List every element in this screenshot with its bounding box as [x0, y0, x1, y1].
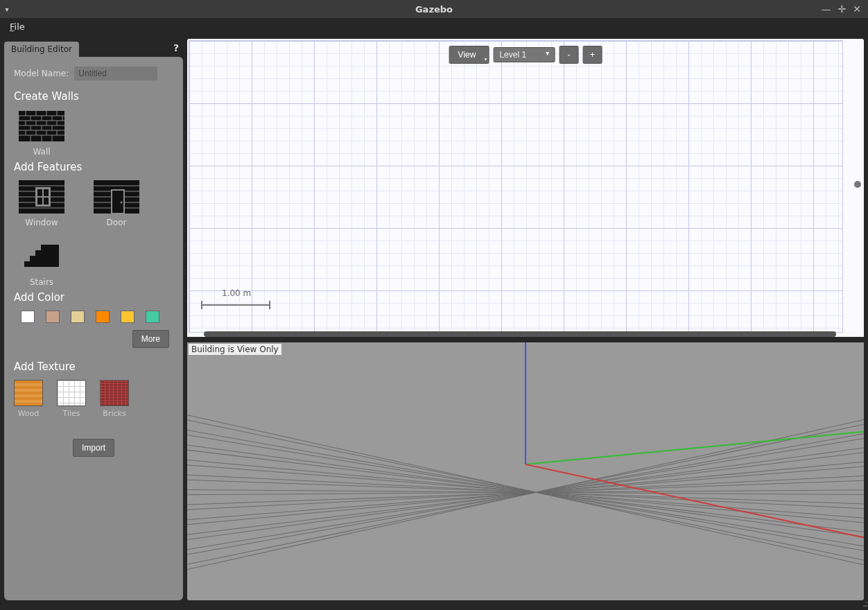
more-colors-button[interactable]: More [132, 330, 169, 348]
bricks-texture-icon [100, 380, 129, 406]
color-swatch-tan[interactable] [46, 311, 60, 323]
window-title: Gazebo [0, 4, 868, 15]
model-name-input[interactable] [74, 67, 157, 80]
view-only-overlay: Building is View Only [189, 344, 281, 355]
wall-icon [19, 110, 64, 143]
svg-rect-46 [112, 190, 124, 214]
svg-rect-49 [30, 256, 59, 261]
menu-file[interactable]: File [6, 21, 29, 32]
svg-rect-39 [44, 198, 49, 204]
color-swatch-teal[interactable] [146, 311, 159, 323]
menu-file-accel: F [10, 21, 15, 32]
zoom-out-button[interactable]: - [559, 46, 578, 64]
color-swatch-beige[interactable] [71, 311, 85, 323]
perspective-grid [187, 342, 864, 600]
svg-rect-36 [37, 189, 42, 196]
texture-bricks[interactable]: Bricks [100, 380, 129, 418]
palette-wall[interactable]: Wall [14, 110, 69, 157]
color-swatch-yellow[interactable] [121, 311, 134, 323]
window-icon [19, 180, 64, 214]
svg-rect-38 [37, 198, 42, 204]
color-swatch-white[interactable] [21, 311, 35, 323]
svg-rect-48 [24, 261, 59, 267]
tiles-texture-label: Tiles [63, 409, 80, 418]
plan-horizontal-scrollbar[interactable] [204, 331, 836, 337]
workspace: Building Editor ? Model Name: Create Wal… [0, 35, 868, 610]
zoom-in-button[interactable]: + [582, 46, 602, 64]
sidebar-tabstrip: Building Editor ? [4, 39, 183, 57]
color-swatch-row [21, 311, 173, 323]
svg-rect-37 [44, 189, 49, 196]
menubar: File [0, 18, 868, 35]
plan-vertical-scroll-thumb[interactable] [854, 181, 861, 188]
wood-texture-label: Wood [18, 409, 40, 418]
section-add-texture: Add Texture [14, 360, 173, 373]
section-add-features: Add Features [14, 161, 173, 173]
palette-window[interactable]: Window [14, 180, 69, 227]
level-select[interactable]: Level 1 [493, 47, 555, 62]
texture-row: Wood Tiles Bricks [14, 380, 173, 418]
plan-controls: View Level 1 - + [449, 46, 602, 64]
stairs-label: Stairs [30, 277, 53, 287]
scale-ruler-bar [201, 301, 270, 309]
model-name-row: Model Name: [14, 67, 173, 80]
color-swatch-orange[interactable] [96, 311, 110, 323]
wood-texture-icon [14, 380, 43, 406]
door-label: Door [107, 218, 127, 227]
palette-door[interactable]: Door [89, 180, 144, 227]
door-icon [94, 180, 139, 214]
view-3d[interactable]: Building is View Only [187, 342, 864, 600]
texture-tiles[interactable]: Tiles [57, 380, 86, 418]
wall-label: Wall [33, 147, 50, 157]
plan-2d-view[interactable]: View Level 1 - + 1.00 m [187, 39, 864, 337]
sidebar: Building Editor ? Model Name: Create Wal… [4, 39, 183, 600]
plan-grid [189, 40, 843, 333]
stairs-icon [19, 240, 64, 273]
view-dropdown-button[interactable]: View [449, 46, 489, 64]
svg-point-47 [121, 202, 123, 204]
window-titlebar: ▾ Gazebo — ✛ ✕ [0, 0, 868, 18]
sidebar-panel: Model Name: Create Walls Wall Add Featur… [4, 57, 183, 600]
svg-rect-50 [35, 250, 59, 256]
import-button[interactable]: Import [73, 439, 114, 457]
window-resize-grip[interactable]: ..: [862, 599, 867, 609]
scale-ruler: 1.00 m [201, 288, 270, 309]
section-add-color: Add Color [14, 291, 173, 304]
help-icon[interactable]: ? [173, 42, 179, 53]
svg-rect-51 [41, 245, 59, 250]
section-create-walls: Create Walls [14, 90, 173, 103]
tiles-texture-icon [57, 380, 86, 406]
bricks-texture-label: Bricks [103, 409, 125, 418]
scale-ruler-label: 1.00 m [222, 288, 270, 298]
model-name-label: Model Name: [14, 69, 69, 78]
palette-stairs[interactable]: Stairs [14, 240, 69, 287]
tab-building-editor[interactable]: Building Editor [4, 42, 79, 57]
horizontal-splitter-grip[interactable] [515, 342, 536, 343]
texture-wood[interactable]: Wood [14, 380, 43, 418]
window-label: Window [25, 218, 58, 227]
canvas-area: View Level 1 - + 1.00 m [187, 39, 864, 600]
